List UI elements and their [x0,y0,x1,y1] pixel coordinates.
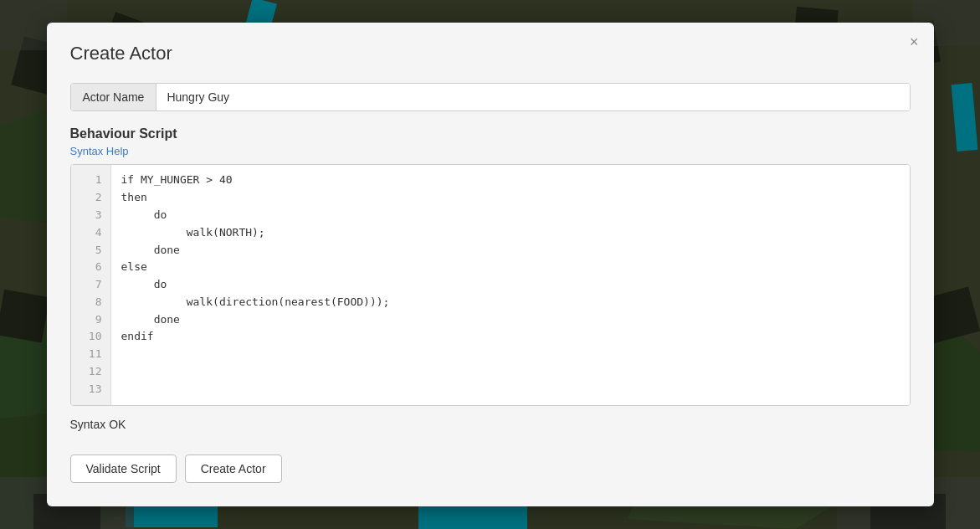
validate-script-button[interactable]: Validate Script [70,455,177,483]
create-actor-button[interactable]: Create Actor [185,455,282,483]
line-num-10: 10 [80,328,102,346]
line-num-13: 13 [80,381,102,398]
line-num-9: 9 [80,311,102,329]
modal-title: Create Actor [70,43,911,64]
line-num-6: 6 [80,259,102,276]
line-num-7: 7 [80,276,102,294]
script-textarea[interactable]: if MY_HUNGER > 40 then do walk(NORTH); d… [111,165,910,404]
close-button[interactable]: × [910,34,919,49]
line-numbers: 1 2 3 4 5 6 7 8 9 10 11 12 13 [71,165,111,404]
line-num-3: 3 [80,207,102,224]
create-actor-modal: × Create Actor Actor Name Behaviour Scri… [47,23,934,506]
behaviour-script-title: Behaviour Script [70,126,911,141]
button-row: Validate Script Create Actor [70,455,911,483]
actor-name-input[interactable] [156,84,909,110]
syntax-help-link[interactable]: Syntax Help [70,145,129,157]
actor-name-label: Actor Name [71,84,157,110]
line-num-11: 11 [80,346,102,363]
behaviour-script-section: Behaviour Script Syntax Help 1 2 3 4 5 6… [70,126,911,430]
line-num-8: 8 [80,294,102,311]
code-editor: 1 2 3 4 5 6 7 8 9 10 11 12 13 if MY_HUNG… [70,164,911,405]
line-num-1: 1 [80,172,102,189]
line-num-2: 2 [80,189,102,207]
line-num-12: 12 [80,363,102,381]
actor-name-row: Actor Name [70,83,911,111]
modal-overlay: × Create Actor Actor Name Behaviour Scri… [0,0,980,529]
syntax-status: Syntax OK [70,418,911,431]
line-num-4: 4 [80,224,102,242]
line-num-5: 5 [80,242,102,259]
